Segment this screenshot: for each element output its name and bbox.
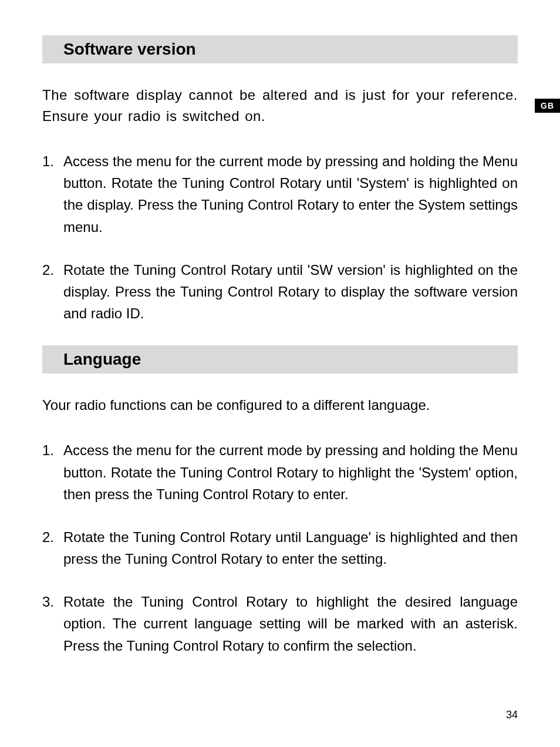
step-text: Access the menu for the current mode by … bbox=[63, 153, 518, 235]
list-item: 2. Rotate the Tuning Control Rotary unti… bbox=[42, 526, 518, 570]
section-heading-language: Language bbox=[42, 345, 518, 374]
step-number: 1. bbox=[42, 439, 54, 461]
step-text: Rotate the Tuning Control Rotary until L… bbox=[63, 529, 518, 567]
section-heading-software-version: Software version bbox=[42, 35, 518, 63]
page-number: 34 bbox=[506, 709, 518, 721]
step-text: Access the menu for the current mode by … bbox=[63, 442, 518, 502]
list-item: 2. Rotate the Tuning Control Rotary unti… bbox=[42, 259, 518, 325]
list-item: 1. Access the menu for the current mode … bbox=[42, 439, 518, 505]
step-number: 1. bbox=[42, 150, 54, 172]
step-text: Rotate the Tuning Control Rotary until '… bbox=[63, 262, 518, 321]
language-tab-gb: GB bbox=[535, 99, 560, 113]
list-item: 1. Access the menu for the current mode … bbox=[42, 150, 518, 238]
step-number: 2. bbox=[42, 259, 54, 281]
list-item: 3. Rotate the Tuning Control Rotary to h… bbox=[42, 591, 518, 657]
software-version-steps: 1. Access the menu for the current mode … bbox=[42, 150, 518, 324]
manual-page: GB Software version The software display… bbox=[0, 0, 560, 747]
step-number: 2. bbox=[42, 526, 54, 548]
step-text: Rotate the Tuning Control Rotary to high… bbox=[63, 594, 518, 653]
language-intro: Your radio functions can be configured t… bbox=[42, 395, 518, 416]
software-version-intro: The software display cannot be altered a… bbox=[42, 85, 518, 127]
language-steps: 1. Access the menu for the current mode … bbox=[42, 439, 518, 657]
step-number: 3. bbox=[42, 591, 54, 613]
